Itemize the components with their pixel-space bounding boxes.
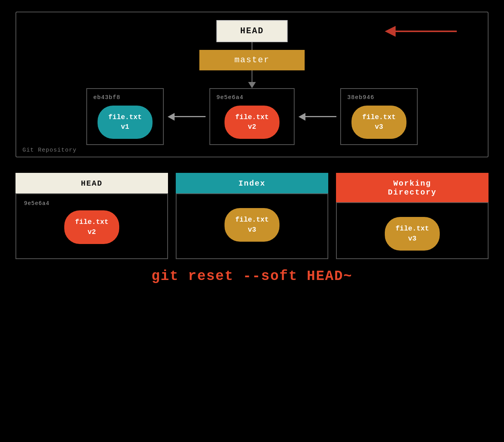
commits-row: eb43bf8 file.txtv1 9e5e6a4 file.txtv2 38… (24, 88, 480, 145)
master-row: master (24, 50, 480, 70)
down-arrow (24, 82, 480, 88)
index-blob: file.txtv3 (225, 208, 279, 241)
commit-hash-3: 38eb946 (347, 94, 374, 101)
head-blob: file.txtv2 (64, 210, 119, 244)
commit-38eb946: 38eb946 file.txtv3 (340, 88, 418, 145)
index-panel: Index file.txtv3 (176, 173, 328, 259)
wd-panel-header: WorkingDirectory (336, 173, 489, 203)
head-box: HEAD (216, 20, 288, 42)
head-arrow (385, 26, 457, 37)
v-connector-master-commit (24, 70, 480, 82)
h-line-2 (305, 116, 336, 117)
arrow-tip-left-2 (298, 113, 305, 121)
blob-v3-repo: file.txtv3 (351, 106, 406, 139)
index-panel-header: Index (176, 173, 328, 194)
head-panel-body: 9e5e6a4 file.txtv2 (15, 193, 168, 259)
bottom-section: HEAD 9e5e6a4 file.txtv2 Index file.txtv3… (15, 173, 489, 284)
head-panel: HEAD 9e5e6a4 file.txtv2 (15, 173, 168, 259)
arrow-center-to-left (168, 113, 206, 121)
commit-hash-2: 9e5e6a4 (216, 94, 243, 101)
v-connector-head-master (24, 42, 480, 50)
v-line-2 (252, 70, 252, 82)
blob-v2: file.txtv2 (225, 106, 279, 139)
arrow-line (395, 31, 457, 32)
head-panel-hash: 9e5e6a4 (20, 200, 50, 206)
head-panel-header: HEAD (15, 173, 168, 194)
wd-blob: file.txtv3 (385, 217, 440, 250)
down-arrow-icon (248, 82, 256, 88)
arrow-tip-left-1 (168, 113, 175, 121)
command-line: git reset --soft HEAD~ (151, 268, 352, 284)
master-box: master (199, 50, 304, 70)
arrow-right-to-center (298, 113, 336, 121)
git-repo-section: HEAD master eb43bf8 file.txtv1 9e5e6 (15, 12, 489, 157)
head-row: HEAD (24, 20, 480, 42)
v-line (252, 42, 252, 50)
blob-v1: file.txtv1 (98, 106, 153, 139)
arrow-tip-icon (385, 26, 396, 37)
index-panel-body: file.txtv3 (176, 193, 328, 259)
wd-panel-body: file.txtv3 (336, 202, 489, 259)
git-repo-label: Git Repository (22, 147, 77, 154)
working-dir-panel: WorkingDirectory file.txtv3 (336, 173, 489, 259)
commit-hash-1: eb43bf8 (93, 94, 120, 101)
commit-eb43bf8: eb43bf8 file.txtv1 (86, 88, 164, 145)
commit-9e5e6a4: 9e5e6a4 file.txtv2 (209, 88, 295, 145)
three-col-panels: HEAD 9e5e6a4 file.txtv2 Index file.txtv3… (15, 173, 489, 259)
h-line-1 (175, 116, 206, 117)
